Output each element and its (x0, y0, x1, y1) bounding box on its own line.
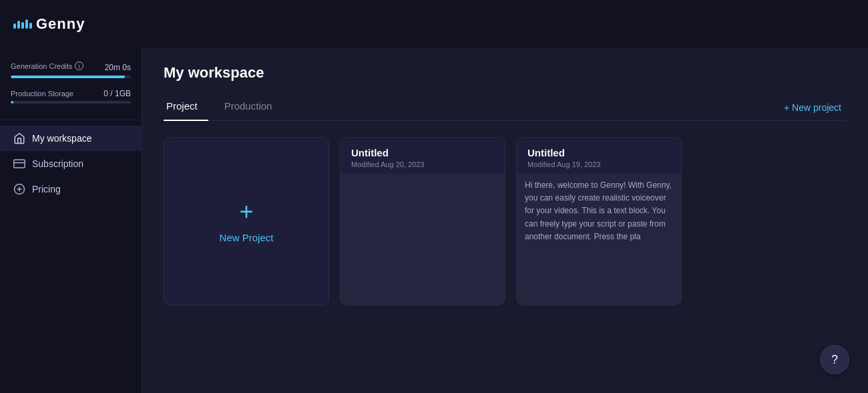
info-icon[interactable]: i (75, 61, 83, 70)
new-project-card[interactable]: + New Project (164, 137, 329, 305)
new-project-card-label: New Project (220, 232, 274, 243)
card-1-title: Untitled (351, 147, 424, 158)
logo-icon (13, 19, 32, 29)
tab-production[interactable]: Production (222, 95, 283, 121)
sidebar-item-subscription-label: Subscription (32, 158, 83, 169)
logo-bar-2 (17, 21, 20, 29)
main-layout: Generation Credits i 20m 0s Production S… (0, 48, 868, 393)
card-2-title: Untitled (527, 147, 600, 158)
credits-progress-bg (11, 76, 131, 78)
content-area: My workspace Project Production + New pr… (142, 48, 868, 393)
sidebar-item-my-workspace-label: My workspace (32, 133, 91, 144)
logo-text: Genny (36, 15, 85, 33)
project-card-1[interactable]: Untitled Modified Aug 20, 2023 (340, 137, 505, 305)
sidebar-item-my-workspace[interactable]: My workspace (0, 126, 142, 151)
credits-label-text: Generation Credits (11, 62, 72, 70)
logo-bar-5 (29, 23, 32, 29)
help-icon: ? (831, 353, 838, 367)
card-2-header: Untitled Modified Aug 19, 2023 (517, 138, 611, 174)
home-icon (13, 132, 25, 144)
storage-progress-bg (11, 101, 131, 104)
storage-label: Production Storage (11, 90, 73, 98)
card-2-preview: Hi there, welcome to Genny! With Genny, … (517, 174, 681, 305)
logo-bar-4 (25, 19, 28, 29)
card-1-date: Modified Aug 20, 2023 (351, 160, 424, 168)
logo-bar-1 (13, 23, 16, 29)
tab-project[interactable]: Project (164, 95, 208, 121)
credits-value: 20m 0s (105, 63, 131, 72)
sidebar: Generation Credits i 20m 0s Production S… (0, 48, 142, 393)
project-card-2[interactable]: Untitled Modified Aug 19, 2023 Hi there,… (516, 137, 682, 305)
plus-icon: + (239, 200, 253, 224)
new-project-button[interactable]: + New project (779, 100, 847, 116)
cards-grid: + New Project Untitled Modified Aug 20, … (164, 137, 847, 305)
storage-section: Production Storage 0 / 1GB (0, 89, 142, 104)
sidebar-divider (0, 120, 142, 120)
help-button[interactable]: ? (820, 345, 849, 374)
tabs-bar: Project Production + New project (164, 95, 847, 121)
sidebar-item-pricing[interactable]: Pricing (0, 176, 142, 202)
topbar: Genny (0, 0, 868, 48)
credit-card-icon (13, 158, 25, 170)
credits-section: Generation Credits i 20m 0s (0, 61, 142, 78)
logo-bar-3 (21, 22, 24, 29)
storage-value: 0 / 1GB (103, 89, 131, 98)
sidebar-item-pricing-label: Pricing (32, 184, 61, 194)
storage-progress-fill (11, 101, 13, 104)
svg-rect-0 (14, 160, 25, 168)
logo: Genny (13, 15, 85, 33)
card-1-header: Untitled Modified Aug 20, 2023 (341, 138, 435, 174)
page-title: My workspace (164, 64, 847, 82)
card-1-preview (341, 174, 505, 305)
credits-label: Generation Credits i (11, 61, 83, 70)
card-2-date: Modified Aug 19, 2023 (527, 160, 600, 168)
sidebar-item-subscription[interactable]: Subscription (0, 151, 142, 176)
tag-icon (13, 183, 25, 195)
credits-progress-fill (11, 76, 125, 78)
